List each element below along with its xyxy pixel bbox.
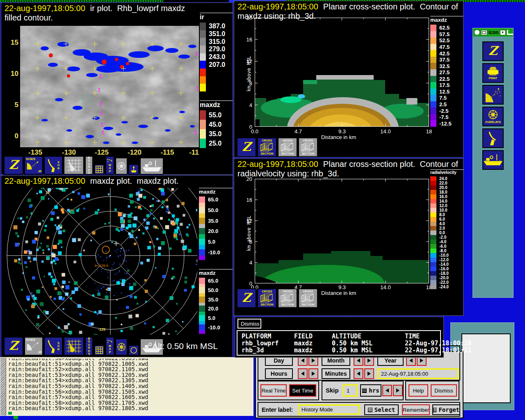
toolbar-cross-icon[interactable]: CROSSSECTION: [278, 288, 297, 308]
toolbar-cross-icon[interactable]: CROSSSECTION: [298, 137, 318, 157]
platform-table: PLATFORMFIELDALTITUDETIMErhb_lowprfmaxdz…: [237, 330, 441, 356]
toolbar-map-icon[interactable]: MAP: [105, 156, 114, 175]
window-menu-icon[interactable]: [474, 30, 480, 35]
dismiss-button[interactable]: Dismiss: [237, 319, 261, 329]
toolbar-zeb-icon[interactable]: Z: [482, 41, 504, 61]
window-platform-table: Dismiss PLATFORMFIELDALTITUDETIMErhb_low…: [235, 317, 444, 358]
cross-section-plot-maxdz[interactable]: [255, 18, 429, 128]
colorbar-entry: 20.0: [430, 185, 464, 190]
label-input-field[interactable]: History Mode: [298, 404, 360, 415]
colorbar-entry: 243.0: [200, 53, 233, 61]
tick-label: 15: [11, 39, 18, 47]
cross-section-plot-radialvelocity[interactable]: [255, 179, 429, 285]
menu-icon: [433, 408, 436, 412]
hours-decrement-button[interactable]: [298, 368, 308, 379]
colorbar-entry: 35.0: [199, 297, 233, 303]
colorbar-entry: -10.0: [430, 253, 464, 258]
toolbar-zeb-icon[interactable]: Z: [237, 288, 256, 308]
terminal-output[interactable]: rain:beaufait:50>xdump.all 970822.0905.x…: [8, 358, 252, 415]
time-input-field[interactable]: 22-Aug-97,18:05:00: [377, 368, 459, 379]
ir-plot-subtitle: filled contour.: [5, 13, 53, 23]
colorbar-entry: 47.5: [430, 44, 463, 50]
dismiss-button[interactable]: Dismiss: [431, 384, 457, 397]
colorbar-entry: 65.0: [199, 196, 233, 203]
tick-label: 5: [15, 101, 18, 109]
colorbar-entry: [199, 284, 233, 287]
skip-units-button[interactable]: hrs: [360, 384, 381, 397]
toolbar-grid-icon[interactable]: [64, 337, 84, 356]
ir-colorbar: ir387.0351.0315.0279.0243.0207.0: [200, 13, 233, 91]
time-control-panel: Day Month Year Hours Minutes 22-Aug-97,1…: [255, 351, 463, 418]
toolbar-wheel-icon[interactable]: [115, 338, 128, 356]
colorbar-entry: 62.5: [430, 25, 463, 31]
ir-satellite-display[interactable]: [20, 26, 199, 149]
toolbar-cross-icon[interactable]: CROSSSECTION: [257, 288, 277, 308]
toolbar-goes-icon[interactable]: GOES.IR: [24, 337, 43, 356]
toolbar-cross-icon[interactable]: CROSSSECTION: [298, 288, 318, 308]
terminal-scrollbar[interactable]: [0, 358, 6, 415]
skip-value-field[interactable]: 1: [343, 384, 358, 397]
icon-window-titlebar[interactable]: icon: [473, 28, 513, 37]
toolbar-ship-icon[interactable]: [140, 158, 164, 175]
toolbar-cross-icon[interactable]: CROSSSECTION: [278, 137, 297, 157]
toolbar-goes-icon[interactable]: GOES.IR: [24, 156, 43, 175]
toolbar-zeb-icon[interactable]: Z: [4, 337, 23, 356]
real-time-button[interactable]: Real Time: [260, 384, 287, 397]
skip-back-button[interactable]: [382, 385, 392, 396]
forget-button[interactable]: Forget: [432, 404, 460, 415]
toolbar-sur-icon[interactable]: SUR: [44, 337, 63, 356]
minutes-button[interactable]: Minutes: [322, 368, 350, 379]
toolbar-overlays-icon[interactable]: OVERLAYS: [482, 107, 504, 126]
colorbar-entry: [199, 303, 233, 306]
radar-ppi-display[interactable]: 10 -125 b<-125-9: [5, 188, 197, 336]
skip-forward-button[interactable]: [393, 385, 403, 396]
hours-button[interactable]: Hours: [265, 368, 293, 379]
window-minimize-icon[interactable]: [500, 30, 506, 35]
toolbar-smallgrid-icon[interactable]: [94, 164, 105, 175]
set-time-button[interactable]: Set Time: [289, 384, 316, 397]
window-button-icon[interactable]: [481, 30, 487, 35]
tick-label: 12: [247, 58, 252, 64]
colorbar-entry: -12.5: [430, 120, 463, 127]
toolbar-print-icon[interactable]: PRINT: [482, 63, 504, 83]
colorbar-entry: [199, 234, 233, 239]
toolbar-wheel-icon[interactable]: [115, 158, 128, 175]
toolbar-bounds-icon[interactable]: BOUNDS: [85, 337, 93, 356]
colorbar-entry: 22.5: [430, 76, 463, 82]
radar-tick-label: -125: [98, 327, 105, 331]
toolbar-bounds-icon[interactable]: BOUNDS: [85, 156, 93, 175]
cs1-x-axis: 0.04.79.314.018: [255, 128, 431, 134]
colorbar-entry: 18.0: [430, 190, 464, 194]
terminal-cursor: [8, 412, 12, 415]
help-button[interactable]: Help: [409, 384, 428, 397]
colorbar-entry: [200, 84, 233, 91]
table-row: rhb_lowprfmaxdz0.50 km MSL22-Aug-97,18:0…: [242, 340, 436, 347]
toolbar-zeb-icon[interactable]: Z: [237, 137, 256, 157]
toolbar-map-icon[interactable]: MAP: [105, 337, 114, 356]
toolbar-grid-icon[interactable]: [64, 156, 84, 175]
cs2-toolbar: ZCROSSSECTIONCROSSSECTIONCROSSSECTION: [237, 288, 318, 308]
remember-button[interactable]: Remember: [402, 404, 430, 415]
window-ir-plot: 151050 -135-130-125-120-115-11 ir387.035…: [1, 2, 233, 175]
toolbar-cross-icon[interactable]: CROSSSECTION: [257, 137, 277, 157]
toolbar-circle-icon[interactable]: [128, 345, 139, 356]
toolbar-smallgrid-icon[interactable]: [94, 345, 105, 356]
menu-icon: [368, 408, 372, 412]
minutes-increment-button[interactable]: [364, 368, 374, 379]
tick-label: 8: [249, 239, 252, 245]
toolbar-dish2-icon[interactable]: [482, 85, 504, 105]
select-button[interactable]: Select: [364, 404, 399, 415]
altitude-readout: Alt: 0.50 km MSL: [152, 341, 218, 351]
hours-increment-button[interactable]: [308, 368, 318, 379]
toolbar-ship-icon[interactable]: [482, 150, 504, 170]
minutes-decrement-button[interactable]: [354, 368, 363, 379]
toolbar-antenna-icon[interactable]: [482, 128, 504, 148]
toolbar-zeb-icon[interactable]: Z: [4, 156, 23, 175]
window-restore-icon[interactable]: [507, 30, 513, 35]
toolbar-buoy-icon[interactable]: [128, 164, 139, 175]
help-dismiss-group: Help Dismiss: [405, 381, 459, 400]
colorbar-entry: [199, 312, 233, 315]
colorbar-entry: 17.5: [430, 82, 463, 89]
colorbar-entry: 207.0: [200, 61, 233, 68]
toolbar-sur-icon[interactable]: SUR: [44, 156, 63, 175]
